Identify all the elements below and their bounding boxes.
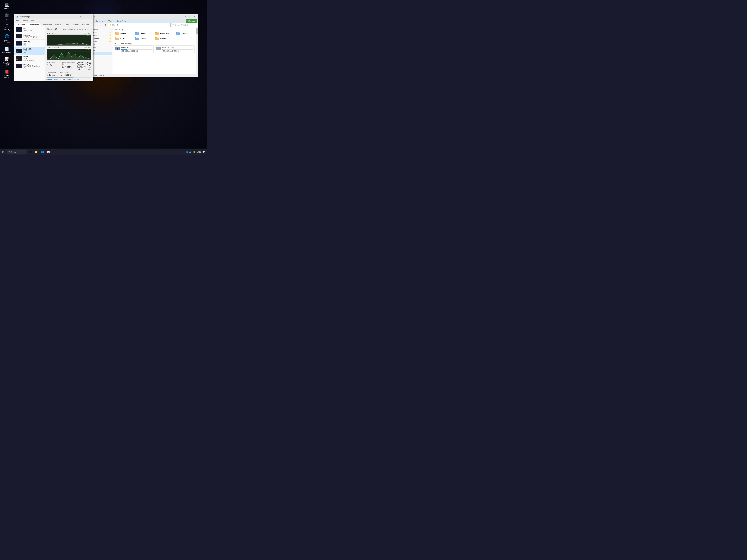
scrollbar[interactable] — [196, 27, 198, 74]
drive-d-bar — [162, 49, 194, 50]
tab-app-history[interactable]: App history — [41, 23, 53, 26]
fewer-details-btn[interactable]: ⊙ Fewer details — [46, 79, 58, 80]
folder-downloads[interactable]: Downloads — [175, 31, 195, 36]
maximize-button[interactable]: □ — [83, 15, 87, 18]
page-file-value: Yes — [89, 67, 91, 69]
folder-pictures[interactable]: Pictures — [134, 36, 154, 41]
file-explorer-main: Folders (7) 3D Objects — [112, 27, 196, 74]
tray-notifications-icon[interactable]: 💬 — [202, 151, 205, 153]
drive-d-name: Local Disk (D:) — [162, 47, 194, 49]
scrollbar-thumb[interactable] — [196, 28, 198, 34]
fe-tab-view[interactable]: View — [106, 19, 115, 23]
fe-window-controls: ─ □ ✕ — [183, 15, 197, 18]
tab-processes[interactable]: Processes — [15, 23, 27, 26]
fe-manage-tab[interactable]: Manage — [186, 19, 197, 23]
chart2-label: Disk transfer rate — [47, 47, 59, 48]
task-manager-content: CPU 1% 0,48 GHz Memory 2,7/15,9 GB (17%) — [15, 26, 93, 81]
zoom-label: Zoom — [5, 19, 9, 20]
folder-desktop-icon — [135, 32, 139, 35]
audacity-label: Audacity — [4, 29, 10, 31]
folder-videos-icon — [155, 37, 159, 40]
open-resource-monitor-btn[interactable]: 🔍 Open Resource Monitor — [60, 79, 79, 80]
sidebar-item-cpu[interactable]: CPU 1% 0,48 GHz — [15, 26, 45, 33]
drive-c-info: Local Disk (C:) 191 GB free of 237 GB — [121, 47, 153, 52]
disk1-detail2: 1% — [23, 52, 44, 54]
active-time-value: 1% — [47, 63, 61, 67]
chart1-max: 100% — [87, 35, 91, 37]
start-button[interactable]: ⊞ — [0, 149, 6, 155]
desktop-icon-acrobat[interactable]: 📕 Acrobat Reader — [2, 69, 11, 79]
recent-locations-button[interactable]: ▾ — [99, 23, 103, 27]
sidebar-item-gpu[interactable]: GPU 0 Intel(R) HD Graphics ... 1% — [15, 62, 45, 70]
tray-volume-icon[interactable]: 🔊 — [189, 151, 191, 153]
sidebar-item-wifi[interactable]: Wi-Fi Wi-Fi S: 0 R: 0 Kbps — [15, 55, 45, 62]
tray-battery-icon[interactable]: 🔋 — [193, 151, 195, 153]
cpu-graph — [16, 27, 22, 32]
fe-tab-drivetools[interactable]: Drive Tools — [115, 19, 128, 23]
chart1-box: 100% 0 — [47, 34, 91, 46]
taskbar-icon-taskview[interactable]: ⧉ — [27, 149, 33, 155]
menu-view[interactable]: View — [29, 19, 36, 22]
address-bar[interactable]: 📁 This PC — [108, 23, 171, 27]
taskbar-search[interactable]: 🔍 Search — [7, 150, 26, 154]
fe-close-button[interactable]: ✕ — [192, 15, 197, 18]
drive-d[interactable]: Local Disk (D:) 465 GB free of 465 GB — [155, 45, 195, 53]
read-speed-label: Read speed — [47, 72, 56, 74]
tab-users[interactable]: Users — [63, 23, 71, 26]
formatted-value: 239 GB — [86, 63, 91, 65]
minimize-button[interactable]: ─ — [79, 15, 83, 18]
menu-options[interactable]: Options — [21, 19, 29, 22]
wifi-detail1: Wi-Fi — [23, 58, 44, 59]
fe-maximize-button[interactable]: □ — [188, 15, 192, 18]
chart2-box: 10 MB/s 7 MB/s 0 — [47, 49, 91, 60]
folder-3d-objects[interactable]: 3D Objects — [114, 31, 133, 36]
formatted-label: Formatted: — [77, 63, 84, 65]
fe-minimize-button[interactable]: ─ — [183, 15, 187, 18]
tray-network-icon[interactable]: 🌐 — [185, 151, 188, 153]
avg-response-value: 4,6 ms — [62, 65, 76, 69]
taskbar-icon-explorer[interactable]: 📁 — [33, 149, 39, 155]
folder-videos[interactable]: Videos — [154, 36, 174, 41]
devices-section-header: Devices and drives (2) — [114, 43, 195, 45]
search-bar[interactable]: 🔍 Search This PC — [171, 23, 197, 27]
folder-music[interactable]: Music — [114, 36, 133, 41]
tab-services[interactable]: Services — [80, 23, 91, 26]
capacity-value: 239 GB — [86, 61, 91, 63]
menu-file[interactable]: File — [15, 19, 21, 22]
type-value: SSD — [88, 69, 91, 71]
chart1-time: 60 seconds — [83, 32, 91, 34]
close-button[interactable]: ✕ — [88, 15, 92, 18]
transfer-rate-chart: Disk transfer rate 60 seconds 10 MB/s 7 … — [47, 47, 91, 60]
drive-c-size: 191 GB free of 237 GB — [121, 50, 153, 52]
desktop-icon-audacity[interactable]: 🎵 Audacity — [2, 23, 11, 31]
page-file-label: Page file: — [77, 67, 83, 69]
disk-header: Disk 1 (C:) SAMSUNG MZVLB256HAHQ-00... — [45, 26, 93, 31]
taskbar-icon-extra[interactable]: 📊 — [46, 149, 51, 155]
sidebar-item-disk1[interactable]: Disk 1 (C:) SSD 1% — [15, 47, 45, 55]
folder-documents[interactable]: Documents — [154, 31, 174, 36]
desktop-icons-container: 💻 This PC 🎥 Zoom 🎵 Audacity 🌐 Google Chr… — [2, 2, 11, 79]
up-button[interactable]: ↑ — [95, 23, 99, 27]
fewer-details-label: Fewer details — [48, 79, 58, 80]
drive-c[interactable]: Local Disk (C:) 191 GB free of 237 GB — [114, 45, 154, 53]
fe-tab-computer[interactable]: Computer — [93, 19, 106, 23]
chart2-max: 10 MB/s — [85, 49, 91, 51]
tab-performance[interactable]: Performance — [27, 23, 41, 26]
tab-startup[interactable]: Startup — [53, 23, 63, 26]
taskbar-icon-chrome[interactable]: 🌐 — [40, 149, 45, 155]
chart2-header: Disk transfer rate 60 seconds — [47, 47, 91, 48]
folder-desktop[interactable]: Desktop — [134, 31, 154, 36]
folder-downloads-label: Downloads — [181, 32, 189, 34]
sidebar-item-disk0[interactable]: Disk 0 (D:) HDD 0% — [15, 39, 45, 47]
chrome-label: Google Chrome — [3, 39, 11, 43]
sidebar-item-memory[interactable]: Memory 2,7/15,9 GB (17%) — [15, 33, 45, 39]
desktop-icon-chrome[interactable]: 🌐 Google Chrome — [2, 33, 11, 44]
desktop-icon-zoom[interactable]: 🎥 Zoom — [2, 12, 11, 21]
tab-details[interactable]: Details — [71, 23, 80, 26]
type-row: Type: SSD — [77, 69, 91, 71]
refresh-button[interactable]: ↻ — [104, 23, 108, 27]
desktop-icon-openoffice[interactable]: 📝 OpenOffice 4.1.13 — [2, 56, 11, 67]
avg-response-label: Average response time — [62, 61, 76, 65]
desktop-icon-this-pc[interactable]: 💻 This PC — [2, 2, 11, 10]
desktop-icon-sumatrapdf[interactable]: 📄 SumatraPDF — [2, 46, 11, 54]
